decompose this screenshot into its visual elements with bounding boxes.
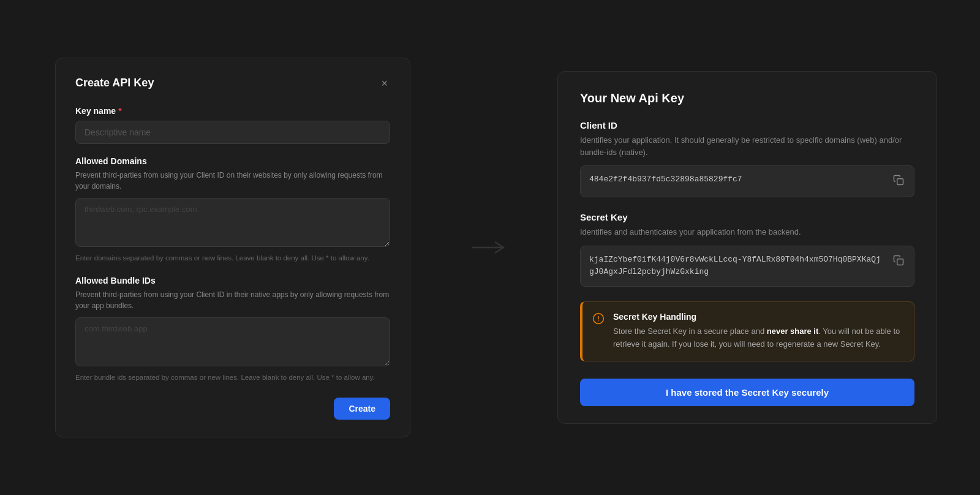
- left-panel: Create API Key × Key name * Allowed Doma…: [0, 0, 466, 495]
- client-id-desc: Identifies your application. It should g…: [580, 134, 914, 158]
- modal-title: Create API Key: [75, 77, 154, 89]
- allowed-bundle-ids-section: Allowed Bundle IDs Prevent third-parties…: [75, 276, 390, 383]
- warning-text: Store the Secret Key in a secure place a…: [613, 325, 904, 351]
- create-api-key-modal: Create API Key × Key name * Allowed Doma…: [55, 58, 410, 438]
- client-id-value-box: 484e2f2f4b937fd5c32898a85829ffc7: [580, 165, 914, 197]
- allowed-domains-title: Allowed Domains: [75, 156, 390, 166]
- confirm-stored-button[interactable]: I have stored the Secret Key securely: [580, 379, 914, 406]
- key-name-section: Key name *: [75, 106, 390, 144]
- secret-key-warning-box: Secret Key Handling Store the Secret Key…: [580, 301, 914, 361]
- key-name-input[interactable]: [75, 121, 390, 144]
- close-button[interactable]: ×: [379, 75, 390, 91]
- allowed-bundle-ids-title: Allowed Bundle IDs: [75, 276, 390, 285]
- copy-icon: [893, 175, 904, 186]
- secret-key-value: kjaIZcYbef0ifK44j0V6r8vWckLLccq-Y8fALRx8…: [589, 254, 884, 279]
- warning-text-bold: never share it: [767, 327, 819, 336]
- copy-secret-key-button[interactable]: [892, 254, 905, 270]
- secret-key-section: Secret Key Identifies and authenticates …: [580, 212, 914, 287]
- modal-footer: Create: [75, 398, 390, 420]
- allowed-bundle-ids-desc: Prevent third-parties from using your Cl…: [75, 289, 390, 311]
- client-id-section: Client ID Identifies your application. I…: [580, 120, 914, 197]
- svg-point-5: [598, 320, 599, 322]
- allowed-domains-section: Allowed Domains Prevent third-parties fr…: [75, 156, 390, 263]
- client-id-value: 484e2f2f4b937fd5c32898a85829ffc7: [589, 173, 884, 186]
- create-button[interactable]: Create: [334, 398, 390, 420]
- secret-key-title: Secret Key: [580, 212, 914, 222]
- warning-content: Secret Key Handling Store the Secret Key…: [613, 312, 904, 351]
- page-wrapper: Create API Key × Key name * Allowed Doma…: [0, 0, 980, 495]
- svg-rect-1: [897, 179, 903, 185]
- arrow-icon: [472, 240, 508, 255]
- secret-key-value-box: kjaIZcYbef0ifK44j0V6r8vWckLLccq-Y8fALRx8…: [580, 246, 914, 287]
- allowed-domains-desc: Prevent third-parties from using your Cl…: [75, 170, 390, 192]
- required-indicator: *: [118, 106, 121, 116]
- modal-header: Create API Key ×: [75, 75, 390, 91]
- copy-client-id-button[interactable]: [892, 173, 905, 189]
- client-id-title: Client ID: [580, 120, 914, 130]
- allowed-domains-helper: Enter domains separated by commas or new…: [75, 253, 390, 263]
- copy-icon: [893, 255, 904, 266]
- new-api-key-modal: Your New Api Key Client ID Identifies yo…: [557, 71, 937, 424]
- key-name-label: Key name *: [75, 106, 390, 116]
- warning-text-before: Store the Secret Key in a secure place a…: [613, 327, 767, 336]
- allowed-bundle-ids-helper: Enter bundle ids separated by commas or …: [75, 372, 390, 383]
- allowed-domains-input[interactable]: [75, 198, 390, 247]
- right-panel: Your New Api Key Client ID Identifies yo…: [514, 0, 980, 495]
- new-key-title: Your New Api Key: [580, 91, 914, 105]
- svg-rect-2: [897, 259, 903, 265]
- warning-icon: [592, 312, 605, 351]
- secret-key-desc: Identifies and authenticates your applic…: [580, 226, 914, 238]
- arrow-container: [466, 240, 514, 255]
- warning-title: Secret Key Handling: [613, 312, 904, 322]
- allowed-bundle-ids-input[interactable]: [75, 317, 390, 366]
